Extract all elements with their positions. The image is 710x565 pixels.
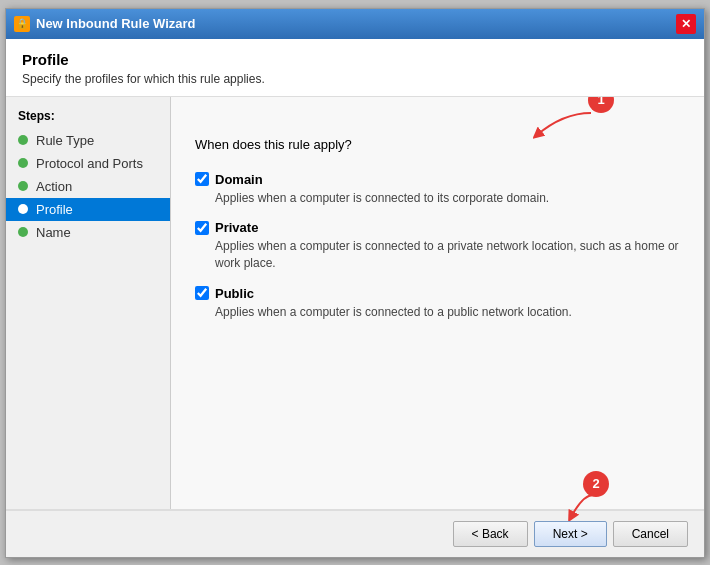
close-button[interactable]: ✕ bbox=[676, 14, 696, 34]
option-public-header: Public bbox=[195, 286, 680, 301]
domain-description: Applies when a computer is connected to … bbox=[215, 190, 680, 207]
public-description: Applies when a computer is connected to … bbox=[215, 304, 680, 321]
sidebar-item-label: Name bbox=[36, 225, 71, 240]
sidebar: Steps: Rule Type Protocol and Ports Acti… bbox=[6, 97, 171, 509]
title-bar: 🔒 New Inbound Rule Wizard ✕ bbox=[6, 9, 704, 39]
option-public: Public Applies when a computer is connec… bbox=[195, 286, 680, 321]
main-content: 1 When does this rule apply? bbox=[171, 97, 704, 509]
option-private: Private Applies when a computer is conne… bbox=[195, 220, 680, 272]
private-checkbox[interactable] bbox=[195, 221, 209, 235]
sidebar-item-action[interactable]: Action bbox=[6, 175, 170, 198]
question-text: When does this rule apply? bbox=[195, 137, 680, 152]
annotation-1-area: 1 bbox=[588, 97, 614, 113]
public-label: Public bbox=[215, 286, 254, 301]
step-dot bbox=[18, 227, 28, 237]
option-group: Domain Applies when a computer is connec… bbox=[195, 172, 680, 321]
sidebar-item-rule-type[interactable]: Rule Type bbox=[6, 129, 170, 152]
domain-label: Domain bbox=[215, 172, 263, 187]
step-dot bbox=[18, 135, 28, 145]
option-domain: Domain Applies when a computer is connec… bbox=[195, 172, 680, 207]
back-button[interactable]: < Back bbox=[453, 521, 528, 547]
content-area: Steps: Rule Type Protocol and Ports Acti… bbox=[6, 97, 704, 509]
sidebar-item-label: Rule Type bbox=[36, 133, 94, 148]
annotation-2-arrow bbox=[563, 491, 603, 521]
header-section: Profile Specify the profiles for which t… bbox=[6, 39, 704, 97]
page-subtitle: Specify the profiles for which this rule… bbox=[22, 72, 688, 86]
wizard-window: 🔒 New Inbound Rule Wizard ✕ Profile Spec… bbox=[5, 8, 705, 558]
footer: 2 < Back Next > Cancel bbox=[6, 509, 704, 557]
domain-checkbox[interactable] bbox=[195, 172, 209, 186]
sidebar-item-label: Profile bbox=[36, 202, 73, 217]
annotation-1-arrow bbox=[533, 109, 593, 139]
private-description: Applies when a computer is connected to … bbox=[215, 238, 680, 272]
cancel-button[interactable]: Cancel bbox=[613, 521, 688, 547]
sidebar-item-label: Protocol and Ports bbox=[36, 156, 143, 171]
option-domain-header: Domain bbox=[195, 172, 680, 187]
next-button[interactable]: Next > bbox=[534, 521, 607, 547]
public-checkbox[interactable] bbox=[195, 286, 209, 300]
steps-label: Steps: bbox=[6, 109, 170, 129]
page-title: Profile bbox=[22, 51, 688, 68]
step-dot bbox=[18, 181, 28, 191]
sidebar-item-protocol-ports[interactable]: Protocol and Ports bbox=[6, 152, 170, 175]
sidebar-item-label: Action bbox=[36, 179, 72, 194]
private-label: Private bbox=[215, 220, 258, 235]
step-dot bbox=[18, 204, 28, 214]
sidebar-item-name[interactable]: Name bbox=[6, 221, 170, 244]
step-dot bbox=[18, 158, 28, 168]
annotation-2-area: 2 bbox=[583, 471, 609, 497]
sidebar-item-profile[interactable]: Profile bbox=[6, 198, 170, 221]
window-title: New Inbound Rule Wizard bbox=[36, 16, 670, 31]
window-icon: 🔒 bbox=[14, 16, 30, 32]
option-private-header: Private bbox=[195, 220, 680, 235]
